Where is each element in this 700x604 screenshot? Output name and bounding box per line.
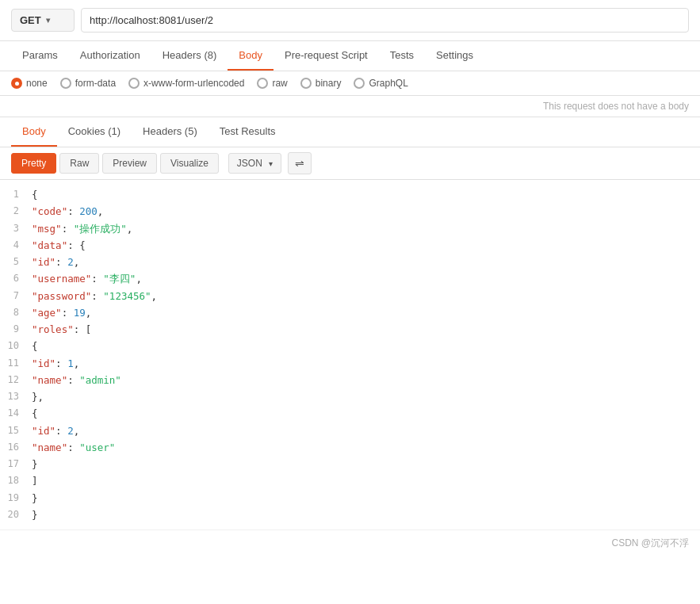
json-brace: }: [32, 458, 38, 470]
json-punct: :: [55, 357, 62, 369]
body-type-none[interactable]: none: [11, 78, 48, 89]
line-number: 6: [3, 270, 32, 286]
body-type-raw[interactable]: raw: [257, 78, 287, 89]
json-brace: }: [32, 509, 38, 521]
format-select[interactable]: JSON▾: [228, 153, 281, 174]
request-tab-authorization[interactable]: Authorization: [69, 41, 151, 71]
json-key: "password": [32, 290, 91, 302]
line-number: 20: [3, 507, 32, 522]
json-key: "username": [32, 273, 91, 285]
line-number: 8: [3, 304, 32, 320]
json-line: 16 "name": "user": [0, 439, 700, 456]
body-type-binary[interactable]: binary: [300, 78, 342, 89]
line-content: },: [32, 388, 697, 405]
json-key: "msg": [32, 223, 62, 235]
json-punct: :: [62, 307, 68, 319]
json-punct: ,: [86, 307, 92, 319]
line-content: "roles": [: [32, 321, 697, 338]
body-type--raph--[interactable]: GraphQL: [354, 78, 407, 89]
line-content: "data": {: [32, 237, 697, 254]
json-key: "id": [32, 425, 55, 437]
line-number: 18: [3, 472, 32, 488]
line-content: {: [32, 405, 697, 422]
json-punct: :: [91, 273, 98, 285]
body-type-x-www-form-urlencoded[interactable]: x-www-form-urlencoded: [128, 78, 244, 89]
json-key: "id": [32, 256, 55, 268]
line-number: 4: [3, 237, 32, 253]
json-viewer: 1{2 "code": 200,3 "msg": "操作成功",4 "data"…: [0, 180, 700, 529]
json-brace: }: [32, 391, 38, 403]
line-number: 15: [3, 422, 32, 438]
request-tab-body[interactable]: Body: [228, 41, 273, 71]
json-punct: :: [67, 374, 74, 386]
json-line: 11 "id": 1,: [0, 355, 700, 372]
no-body-message: This request does not have a body: [0, 96, 700, 117]
line-number: 19: [3, 490, 32, 506]
response-tabs: BodyCookies (1)Headers (5)Test Results: [0, 117, 700, 147]
json-line: 17 }: [0, 456, 700, 472]
response-tab-cookies--1-[interactable]: Cookies (1): [57, 117, 132, 147]
body-type-row: noneform-datax-www-form-urlencodedrawbin…: [0, 71, 700, 96]
body-type-label: none: [26, 78, 48, 89]
json-line: 19 }: [0, 490, 700, 507]
format-chevron: ▾: [269, 159, 273, 168]
json-line: 4 "data": {: [0, 237, 700, 254]
json-string: "操作成功": [74, 223, 127, 235]
json-string: "user": [79, 442, 115, 453]
line-content: "name": "user": [32, 439, 697, 456]
json-number: 2: [67, 425, 74, 437]
line-number: 14: [3, 405, 32, 421]
json-line: 18 ]: [0, 472, 700, 489]
line-number: 3: [3, 220, 32, 236]
wrap-button[interactable]: ⇌: [288, 152, 312, 174]
request-tab-settings[interactable]: Settings: [425, 41, 484, 71]
format-label: JSON: [237, 158, 262, 169]
json-line: 9 "roles": [: [0, 321, 700, 338]
view-btn-visualize[interactable]: Visualize: [160, 153, 219, 174]
line-content: "msg": "操作成功",: [32, 220, 697, 237]
line-number: 16: [3, 439, 32, 455]
radio-circle: [354, 78, 365, 89]
json-punct: :: [62, 223, 68, 235]
body-type-label: binary: [316, 78, 342, 89]
json-brace: {: [32, 407, 38, 419]
line-number: 12: [3, 372, 32, 388]
radio-circle: [257, 78, 268, 89]
json-line: 14 {: [0, 405, 700, 422]
json-punct: ,: [74, 256, 80, 268]
json-string: "admin": [79, 374, 121, 386]
request-tab-params[interactable]: Params: [11, 41, 69, 71]
line-content: }: [32, 507, 697, 523]
body-type-form-data[interactable]: form-data: [60, 78, 116, 89]
json-punct: :: [91, 290, 98, 302]
line-content: {: [32, 186, 697, 203]
request-tab-headers--8-[interactable]: Headers (8): [151, 41, 228, 71]
url-input[interactable]: [81, 8, 689, 32]
response-tab-headers--5-[interactable]: Headers (5): [132, 117, 208, 147]
view-btn-pretty[interactable]: Pretty: [11, 153, 56, 174]
json-string: "李四": [103, 273, 136, 285]
line-content: "id": 1,: [32, 355, 697, 372]
request-tab-tests[interactable]: Tests: [379, 41, 425, 71]
radio-circle: [300, 78, 312, 89]
json-brace: [: [86, 323, 92, 335]
wrap-icon: ⇌: [295, 157, 304, 170]
watermark: CSDN @沉河不浮: [0, 529, 700, 556]
body-type-label: GraphQL: [369, 78, 407, 89]
line-number: 2: [3, 203, 32, 219]
view-btn-raw[interactable]: Raw: [59, 153, 99, 174]
json-line: 15 "id": 2,: [0, 422, 700, 439]
json-punct: ,: [74, 357, 80, 369]
line-content: ]: [32, 472, 697, 489]
json-punct: :: [67, 239, 74, 251]
body-type-label: raw: [272, 78, 287, 89]
response-tab-test-results[interactable]: Test Results: [208, 117, 287, 147]
view-btn-preview[interactable]: Preview: [102, 153, 157, 174]
response-tab-body[interactable]: Body: [11, 117, 57, 147]
method-dropdown[interactable]: GET ▾: [11, 9, 75, 32]
method-chevron: ▾: [46, 16, 50, 25]
request-tab-pre-request-script[interactable]: Pre-request Script: [273, 41, 379, 71]
json-brace: {: [32, 340, 38, 352]
url-bar: GET ▾: [0, 0, 700, 41]
line-number: 10: [3, 338, 32, 354]
